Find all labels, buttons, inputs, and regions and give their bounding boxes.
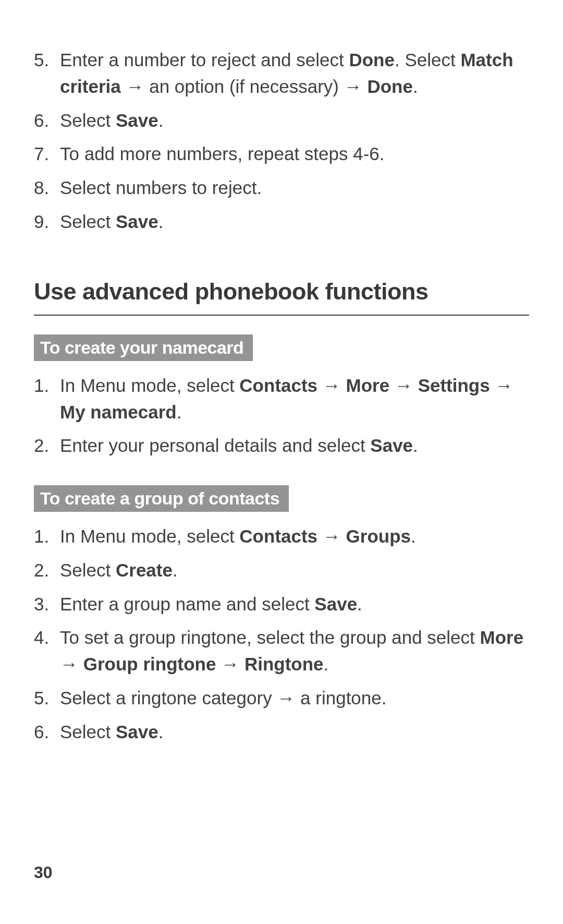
step-item: 4.To set a group ringtone, select the gr… xyxy=(34,625,529,678)
manual-page: 5.Enter a number to reject and select Do… xyxy=(0,0,563,924)
bold-term: Save xyxy=(370,435,413,455)
bold-term: Save xyxy=(314,594,357,614)
step-text: In Menu mode, select Contacts → Groups. xyxy=(60,526,416,546)
subheading-group: To create a group of contacts xyxy=(34,485,289,512)
bold-term: Contacts xyxy=(239,526,317,546)
step-item: 2.Select Create. xyxy=(34,557,529,584)
step-number: 1. xyxy=(34,373,49,399)
step-number: 2. xyxy=(34,557,49,584)
step-item: 2.Enter your personal details and select… xyxy=(34,433,529,459)
step-item: 3.Enter a group name and select Save. xyxy=(34,591,529,618)
step-item: 1.In Menu mode, select Contacts → Groups… xyxy=(34,523,529,550)
step-number: 5. xyxy=(34,47,49,74)
steps-list-top: 5.Enter a number to reject and select Do… xyxy=(34,47,529,235)
bold-term: Save xyxy=(116,110,158,130)
step-item: 6.Select Save. xyxy=(34,107,529,134)
bold-term: My namecard xyxy=(60,402,177,422)
bold-term: Create xyxy=(116,560,173,580)
step-text: Enter your personal details and select S… xyxy=(60,435,418,455)
step-number: 4. xyxy=(34,625,49,651)
bold-term: Group ringtone xyxy=(83,654,216,674)
step-text: Select a ringtone category → a ringtone. xyxy=(60,688,386,708)
bold-term: Settings xyxy=(418,375,490,395)
step-number: 9. xyxy=(34,209,49,235)
steps-list-group: 1.In Menu mode, select Contacts → Groups… xyxy=(34,523,529,745)
step-item: 5.Enter a number to reject and select Do… xyxy=(34,47,529,100)
step-text: To set a group ringtone, select the grou… xyxy=(60,627,523,674)
step-text: Enter a number to reject and select Done… xyxy=(60,50,513,97)
step-item: 7.To add more numbers, repeat steps 4-6. xyxy=(34,141,529,167)
step-number: 3. xyxy=(34,591,49,618)
bold-term: Ringtone xyxy=(244,654,324,674)
step-number: 1. xyxy=(34,523,49,550)
step-item: 6.Select Save. xyxy=(34,719,529,746)
page-number: 30 xyxy=(34,863,53,882)
bold-term: More xyxy=(346,375,390,395)
step-text: Select Save. xyxy=(60,110,163,130)
step-item: 9.Select Save. xyxy=(34,209,529,235)
step-text: Select Save. xyxy=(60,211,163,232)
step-number: 8. xyxy=(34,175,49,201)
subheading-namecard: To create your namecard xyxy=(34,334,253,361)
step-text: Select numbers to reject. xyxy=(60,177,262,198)
step-number: 6. xyxy=(34,719,49,746)
bold-term: Done xyxy=(367,76,413,97)
step-item: 1.In Menu mode, select Contacts → More →… xyxy=(34,373,529,426)
step-number: 5. xyxy=(34,685,49,712)
bold-term: More xyxy=(480,627,524,647)
step-text: Enter a group name and select Save. xyxy=(60,594,362,614)
step-number: 2. xyxy=(34,433,49,459)
bold-term: Save xyxy=(116,211,158,232)
bold-term: Done xyxy=(349,50,395,70)
bold-term: Match criteria xyxy=(60,50,513,97)
step-number: 7. xyxy=(34,141,49,167)
step-text: Select Save. xyxy=(60,722,163,742)
step-text: Select Create. xyxy=(60,560,178,580)
steps-list-namecard: 1.In Menu mode, select Contacts → More →… xyxy=(34,373,529,459)
bold-term: Save xyxy=(116,722,158,742)
bold-term: Contacts xyxy=(239,375,317,395)
step-number: 6. xyxy=(34,107,49,134)
section-heading: Use advanced phonebook functions xyxy=(34,277,529,316)
bold-term: Groups xyxy=(346,526,411,546)
step-item: 5.Select a ringtone category → a rington… xyxy=(34,685,529,712)
step-text: In Menu mode, select Contacts → More → S… xyxy=(60,375,513,422)
step-item: 8.Select numbers to reject. xyxy=(34,175,529,201)
step-text: To add more numbers, repeat steps 4-6. xyxy=(60,143,385,164)
